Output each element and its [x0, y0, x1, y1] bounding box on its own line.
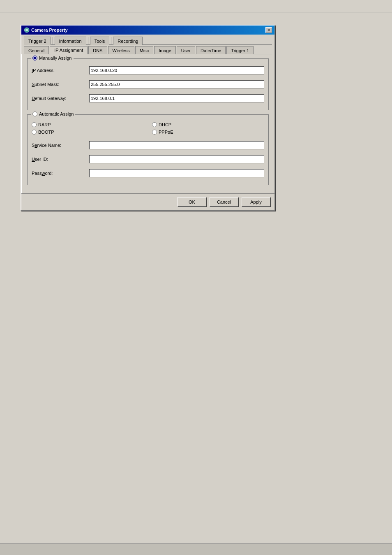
dialog-title: Camera Property: [31, 28, 68, 33]
service-name-label: Service Name:: [32, 143, 89, 148]
automatic-assign-label: Automatic Assign: [39, 111, 74, 116]
manually-assign-radio[interactable]: [32, 56, 37, 60]
default-gateway-row: Default Gateway: 192.168.0.1: [32, 92, 264, 102]
bootp-radio[interactable]: [32, 130, 37, 135]
tab-ipassignment[interactable]: IP Assignment: [50, 46, 88, 54]
camera-icon: [24, 27, 30, 33]
subnet-mask-label-text: Subnet Mask:: [32, 82, 59, 87]
password-input[interactable]: [89, 169, 264, 177]
manually-assign-legend: Manually Assign: [31, 56, 74, 60]
camera-property-dialog: Camera Property × Trigger 2 Information …: [21, 25, 275, 211]
dhcp-radio[interactable]: [152, 122, 157, 127]
subnet-mask-row: Subnet Mask: 255.255.255.0: [32, 78, 264, 88]
tab-trigger1[interactable]: Trigger 1: [226, 46, 254, 54]
manually-assign-group: Manually Assign IP Address: 192.168.0.20…: [27, 58, 269, 110]
default-gateway-input[interactable]: 192.168.0.1: [89, 94, 264, 102]
tab-container: Trigger 2 Information Tools Recording Ge…: [21, 35, 274, 54]
subnet-mask-label: Subnet Mask:: [32, 82, 89, 87]
cancel-button[interactable]: Cancel: [210, 197, 238, 207]
password-label: Password:: [32, 171, 89, 176]
bootp-label: BOOTP: [38, 130, 54, 135]
automatic-assign-group: Automatic Assign RARP DHCP: [27, 114, 269, 185]
password-row: Password:: [32, 167, 264, 177]
default-gateway-label-text: Default Gateway:: [32, 96, 66, 101]
rarp-radio[interactable]: [32, 122, 37, 127]
tab-trigger2[interactable]: Trigger 2: [24, 37, 51, 45]
service-name-label-text: Service Name:: [32, 143, 61, 148]
dhcp-option[interactable]: DHCP: [152, 122, 264, 127]
service-name-row: Service Name:: [32, 139, 264, 149]
ip-address-label: IP Address:: [32, 68, 89, 73]
dialog-content: Manually Assign IP Address: 192.168.0.20…: [21, 54, 274, 193]
automatic-assign-radio[interactable]: [32, 111, 37, 116]
tab-datetime[interactable]: Date/Time: [196, 46, 226, 54]
tab-general[interactable]: General: [24, 46, 49, 54]
tab-information[interactable]: Information: [55, 37, 86, 45]
automatic-assign-legend: Automatic Assign: [31, 111, 75, 116]
svg-point-1: [25, 29, 28, 31]
tab-recording[interactable]: Recording: [113, 37, 143, 45]
ok-button[interactable]: OK: [178, 197, 206, 207]
button-bar: OK Cancel Apply: [21, 193, 274, 210]
title-bar: Camera Property ×: [21, 26, 274, 35]
pppoe-option[interactable]: PPPoE: [152, 130, 264, 135]
tab-dns[interactable]: DNS: [88, 46, 107, 54]
tab-wireless[interactable]: Wireless: [108, 46, 134, 54]
pppoe-label: PPPoE: [159, 130, 173, 135]
ip-address-row: IP Address: 192.168.0.20: [32, 64, 264, 74]
user-id-row: User ID:: [32, 153, 264, 163]
ip-address-label-text: IP Address:: [32, 68, 55, 73]
manually-assign-label: Manually Assign: [39, 56, 72, 60]
password-label-text: Password:: [32, 171, 53, 176]
user-id-label: User ID:: [32, 157, 89, 162]
rarp-option[interactable]: RARP: [32, 122, 144, 127]
ip-address-input[interactable]: 192.168.0.20: [89, 66, 264, 74]
tab-user[interactable]: User: [177, 46, 195, 54]
default-gateway-label: Default Gateway:: [32, 96, 89, 101]
tab-row-2: General IP Assignment DNS Wireless Misc …: [24, 46, 272, 54]
bottom-bar: [0, 543, 392, 555]
service-name-input[interactable]: [89, 141, 264, 149]
pppoe-radio[interactable]: [152, 130, 157, 135]
auto-assign-options: RARP DHCP BOOTP PPPoE: [32, 120, 264, 135]
close-button[interactable]: ×: [265, 27, 272, 33]
tab-misc[interactable]: Misc: [135, 46, 154, 54]
apply-button[interactable]: Apply: [242, 197, 270, 207]
tab-tools[interactable]: Tools: [90, 37, 110, 45]
rarp-label: RARP: [38, 122, 51, 127]
user-id-label-text: User ID:: [32, 157, 48, 162]
subnet-mask-input[interactable]: 255.255.255.0: [89, 80, 264, 88]
user-id-input[interactable]: [89, 155, 264, 163]
bootp-option[interactable]: BOOTP: [32, 130, 144, 135]
dhcp-label: DHCP: [159, 122, 171, 127]
tab-image[interactable]: Image: [154, 46, 176, 54]
tab-row-1: Trigger 2 Information Tools Recording: [24, 36, 272, 45]
